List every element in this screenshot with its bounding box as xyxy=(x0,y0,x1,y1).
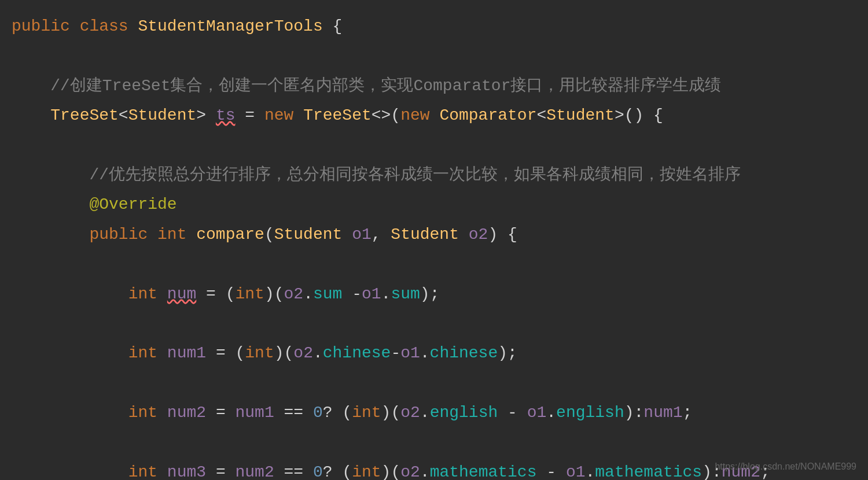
keyword: int xyxy=(128,400,167,425)
variable: o1 xyxy=(566,460,586,480)
plain-text: - xyxy=(536,460,565,480)
plain-text: . xyxy=(420,400,430,425)
keyword: int xyxy=(157,222,196,247)
plain-text: == xyxy=(274,460,313,480)
plain-text: - xyxy=(391,341,400,365)
field-name: mathematics xyxy=(430,460,537,480)
class-name: StudentManagerTools xyxy=(138,14,322,39)
variable: o2 xyxy=(400,400,420,425)
keyword: public xyxy=(89,222,157,247)
plain-text: { xyxy=(323,14,343,39)
plain-text: )( xyxy=(264,282,284,307)
plain-text: . xyxy=(313,341,323,365)
plain-text: = xyxy=(206,400,235,425)
field-name: chinese xyxy=(430,341,498,365)
plain-text: . xyxy=(420,341,430,365)
variable: num1 xyxy=(236,400,274,425)
class-name: Student xyxy=(546,103,615,128)
variable: num1 xyxy=(167,341,206,365)
code-line xyxy=(12,427,851,457)
plain-text: . xyxy=(381,282,391,307)
number-literal: 0 xyxy=(313,460,323,480)
class-name: Student xyxy=(391,222,459,247)
variable: o1 xyxy=(527,400,547,425)
class-name: Student xyxy=(274,222,343,247)
keyword: int xyxy=(128,341,167,365)
plain-text: ); xyxy=(420,282,440,307)
keyword: int xyxy=(245,341,274,365)
plain-text: > xyxy=(196,103,216,128)
plain-text: <>( xyxy=(372,103,400,128)
keyword: int xyxy=(352,400,381,425)
method-name: compare xyxy=(196,222,264,247)
variable: num2 xyxy=(236,460,274,480)
plain-text: - xyxy=(498,400,527,425)
plain-text xyxy=(459,222,469,247)
plain-text: ? ( xyxy=(323,460,352,480)
field-name: mathematics xyxy=(595,460,702,480)
plain-text: = ( xyxy=(206,341,245,365)
keyword: int xyxy=(128,282,167,307)
code-line: @Override xyxy=(12,190,851,219)
keyword: new xyxy=(400,103,439,128)
plain-text: ): xyxy=(624,400,644,425)
keyword: public xyxy=(12,14,80,39)
plain-text: < xyxy=(536,103,546,128)
variable: o2 xyxy=(284,282,304,307)
variable: o2 xyxy=(400,460,420,480)
plain-text: ; xyxy=(683,400,693,425)
plain-text: = xyxy=(236,103,264,128)
plain-text: )( xyxy=(274,341,294,365)
plain-text: . xyxy=(586,460,595,480)
code-line: int num1 = (int)(o2.chinese-o1.chinese); xyxy=(12,338,851,368)
variable: o2 xyxy=(293,341,313,365)
plain-text: = ( xyxy=(196,282,235,307)
plain-text: . xyxy=(303,282,313,307)
code-line xyxy=(12,309,851,338)
variable: o1 xyxy=(400,341,420,365)
code-line xyxy=(12,131,851,160)
variable-underline: ts xyxy=(216,103,236,128)
code-line xyxy=(12,249,851,279)
variable: num2 xyxy=(167,400,206,425)
annotation: @Override xyxy=(89,192,176,217)
code-line: TreeSet<Student> ts = new TreeSet<>(new … xyxy=(12,101,851,130)
plain-text: . xyxy=(420,460,430,480)
code-line xyxy=(12,41,851,71)
variable: o2 xyxy=(469,222,488,247)
field-name: chinese xyxy=(323,341,391,365)
class-name: Comparator xyxy=(439,103,536,128)
plain-text: ); xyxy=(498,341,517,365)
code-line: int num2 = num1 == 0? (int)(o2.english -… xyxy=(12,398,851,427)
class-name: Student xyxy=(128,103,197,128)
field-name: english xyxy=(430,400,498,425)
plain-text: )( xyxy=(381,400,401,425)
keyword: int xyxy=(352,460,381,480)
code-line: public class StudentManagerTools { xyxy=(12,12,851,41)
variable: o1 xyxy=(362,282,381,307)
field-name: sum xyxy=(391,282,420,307)
code-line: //优先按照总分进行排序，总分相同按各科成绩一次比较，如果各科成绩相同，按姓名排… xyxy=(12,160,851,190)
plain-text: , xyxy=(372,222,391,247)
comment: //创建TreeSet集合，创建一个匿名内部类，实现Comparator接口，用… xyxy=(50,73,721,98)
plain-text: ? ( xyxy=(323,400,352,425)
variable: num1 xyxy=(643,400,682,425)
keyword: class xyxy=(80,14,138,39)
plain-text: )( xyxy=(381,460,401,480)
plain-text: . xyxy=(546,400,556,425)
plain-text xyxy=(342,222,352,247)
keyword: int xyxy=(128,460,167,480)
plain-text: = xyxy=(206,460,235,480)
number-literal: 0 xyxy=(313,400,323,425)
watermark: https://blog.csdn.net/NONAME999 xyxy=(715,460,856,474)
field-name: english xyxy=(556,400,624,425)
code-editor: public class StudentManagerTools { //创建T… xyxy=(0,0,868,480)
class-name: TreeSet xyxy=(303,103,372,128)
variable: num3 xyxy=(167,460,206,480)
code-line xyxy=(12,368,851,398)
plain-text: - xyxy=(342,282,362,307)
code-line: int num = (int)(o2.sum -o1.sum); xyxy=(12,279,851,309)
code-line: public int compare(Student o1, Student o… xyxy=(12,220,851,249)
plain-text: ) { xyxy=(488,222,517,247)
plain-text: < xyxy=(119,103,128,128)
